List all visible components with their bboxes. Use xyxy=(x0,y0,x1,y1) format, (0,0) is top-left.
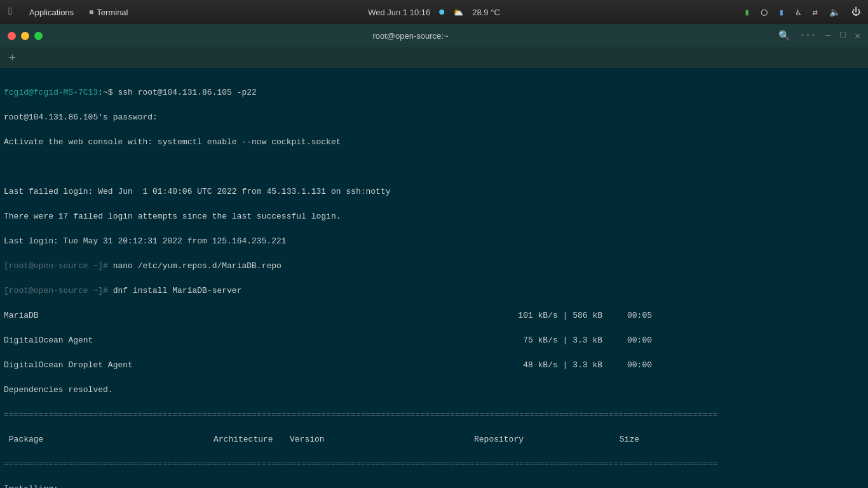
close-button[interactable] xyxy=(8,32,16,40)
line-dl-1: MariaDB101 kB/s | 586 kB 00:05 xyxy=(4,309,864,322)
restore-icon[interactable]: □ xyxy=(840,30,846,42)
close-icon[interactable]: ✕ xyxy=(855,30,860,42)
line-6: Last login: Tue May 31 20:12:31 2022 fro… xyxy=(4,235,864,248)
menubar:  Applications ■ Terminal Wed Jun 1 10:1… xyxy=(0,0,868,24)
line-blank-1 xyxy=(4,161,864,173)
line-5: There were 17 failed login attempts sinc… xyxy=(4,210,864,223)
line-hdr: PackageArchitectureVersionRepositorySize xyxy=(4,433,864,446)
terminal-window: root@open-source:~ 🔍 ··· — □ ✕ + fcgid@f… xyxy=(0,24,868,488)
accessibility-icon[interactable]: ♿ xyxy=(793,6,803,19)
apple-menu[interactable]:  xyxy=(5,6,18,18)
line-dl-3: DigitalOcean Droplet Agent 48 kB/s | 3.3… xyxy=(4,359,864,372)
line-dep: Dependencies resolved. xyxy=(4,384,864,396)
volume-icon[interactable]: 🔈 xyxy=(827,6,843,19)
shield-blue-icon[interactable]: ▮ xyxy=(776,6,787,19)
line-sep-2: ========================================… xyxy=(4,458,864,471)
maximize-button[interactable] xyxy=(34,32,43,40)
terminal-content[interactable]: fcgid@fcgid-MS-7C13:~$ ssh root@104.131.… xyxy=(0,69,868,488)
datetime: Wed Jun 1 10:16 xyxy=(368,8,430,17)
minimize-button[interactable] xyxy=(21,32,29,40)
power-icon[interactable]: ⏻ xyxy=(849,6,863,18)
line-3: Activate the web console with: systemctl… xyxy=(4,136,864,149)
window-actions: 🔍 ··· — □ ✕ xyxy=(778,30,860,42)
line-2: root@104.131.86.105's password: xyxy=(4,111,864,124)
add-tab-button[interactable]: + xyxy=(5,53,20,64)
title-bar: root@open-source:~ 🔍 ··· — □ ✕ xyxy=(0,24,868,48)
more-icon[interactable]: ··· xyxy=(799,30,817,42)
search-icon[interactable]: 🔍 xyxy=(778,30,790,42)
menubar-center: Wed Jun 1 10:16 ⛅ 28.9 °C xyxy=(368,8,500,17)
tab-bar: + xyxy=(0,48,868,69)
line-4: Last failed login: Wed Jun 1 01:40:06 UT… xyxy=(4,186,864,198)
menubar-right: ▮ ◯ ▮ ♿ ⇄ 🔈 ⏻ xyxy=(742,4,863,20)
line-sep-1: ========================================… xyxy=(4,409,864,421)
window-controls xyxy=(8,32,43,40)
line-installing: Installing: xyxy=(4,483,864,489)
line-7: [root@open-source ~]# nano /etc/yum.repo… xyxy=(4,260,864,273)
line-8: [root@open-source ~]# dnf install MariaD… xyxy=(4,285,864,297)
status-dot xyxy=(439,10,444,15)
terminal-icon: ■ xyxy=(89,8,93,17)
window-title: root@open-source:~ xyxy=(43,31,778,41)
line-dl-2: DigitalOcean Agent 75 kB/s | 3.3 kB 00:0… xyxy=(4,334,864,347)
shield-green-icon[interactable]: ▮ xyxy=(742,6,752,19)
applications-menu[interactable]: Applications xyxy=(25,5,78,20)
chrome-icon[interactable]: ◯ xyxy=(759,4,770,20)
terminal-menu[interactable]: ■ Terminal xyxy=(85,5,132,20)
weather-icon: ⛅ xyxy=(453,8,463,17)
line-1: fcgid@fcgid-MS-7C13:~$ ssh root@104.131.… xyxy=(4,86,864,99)
display-icon[interactable]: ⇄ xyxy=(810,6,820,19)
minimize-icon[interactable]: — xyxy=(825,30,831,42)
weather-temp: 28.9 °C xyxy=(472,8,500,17)
